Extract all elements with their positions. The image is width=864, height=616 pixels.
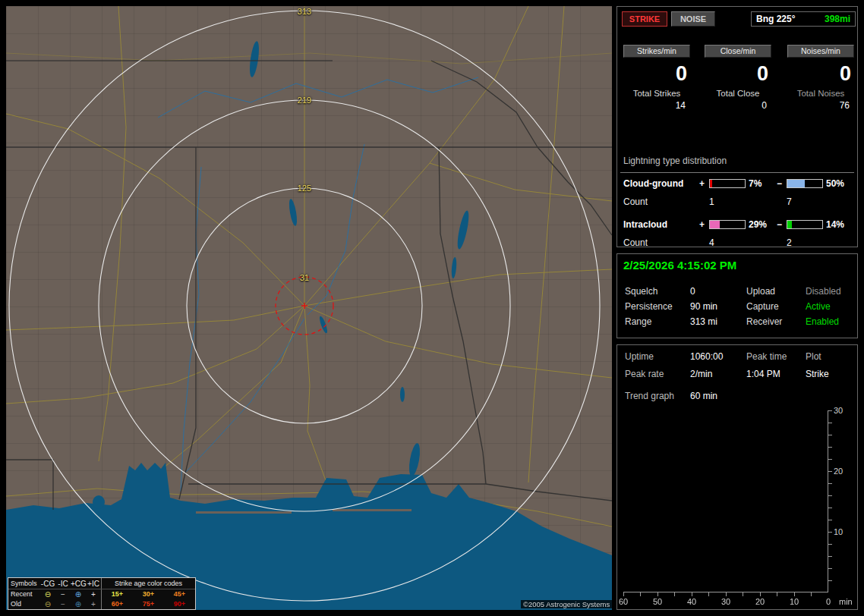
range-value: 313 mi: [690, 316, 717, 327]
legend-old-row: Old ⊖ − ⊕ + 60+ 75+ 90+: [8, 599, 195, 609]
range-ring-label-313: 313: [298, 7, 311, 16]
peak-time-label: Peak time: [746, 351, 787, 362]
intracloud-row: Intracloud + 29% − 14%: [617, 219, 857, 231]
x-tick-label-10: 10: [785, 597, 803, 606]
age-90: 90+: [164, 599, 195, 609]
legend-type-header-neg-cg: -CG: [40, 578, 55, 589]
cg-minus-count: 7: [787, 196, 792, 207]
intracloud-count-row: Count 4 2: [617, 237, 857, 249]
x-tick-label-30: 30: [717, 597, 735, 606]
y-tick-label-10: 10: [834, 527, 852, 536]
cg-plus-count: 1: [709, 196, 714, 207]
close-per-min-value: 0: [703, 61, 773, 86]
legend-type-header-neg-ic: -IC: [55, 578, 71, 589]
minus-sign: −: [777, 219, 782, 230]
cg-plus-bar-fill: [710, 180, 712, 187]
x-tick-label-50: 50: [648, 597, 667, 606]
recent-age-codes: 15+ 30+ 45+: [101, 589, 195, 599]
x-tick-label-60: 60: [614, 597, 632, 606]
total-strikes-label: Total Strikes: [622, 89, 692, 98]
noises-per-min-button[interactable]: Noises/min: [787, 45, 854, 58]
old-age-codes: 60+ 75+ 90+: [101, 599, 195, 609]
old-neg-ic-icon: −: [55, 599, 71, 609]
age-45: 45+: [164, 589, 195, 599]
uptime-label: Uptime: [625, 351, 654, 362]
uptime-row: Uptime 1060:00 Peak time Plot: [617, 351, 857, 363]
divider: [620, 172, 854, 173]
bearing-readout: Bng 225° 398mi: [751, 11, 856, 27]
legend-recent-label: Recent: [8, 589, 40, 599]
persistence-capture-row: Persistence 90 min Capture Active: [617, 301, 857, 313]
squelch-upload-row: Squelch 0 Upload Disabled: [617, 286, 857, 298]
old-pos-cg-icon: ⊕: [71, 599, 86, 609]
receiver-value: Enabled: [806, 316, 839, 327]
cg-plus-bar: [709, 179, 746, 188]
strikes-per-min-value: 0: [622, 61, 692, 86]
legend-ages-header: Strike age color codes: [101, 578, 195, 589]
peak-time-value: 1:04 PM: [746, 369, 780, 379]
minus-sign: −: [777, 178, 782, 189]
total-close-label: Total Close: [703, 89, 773, 98]
peak-rate-row: Peak rate 2/min 1:04 PM Strike: [617, 369, 857, 381]
trend-box: Uptime 1060:00 Peak time Plot Peak rate …: [616, 344, 858, 610]
trend-graph-window: 60 min: [690, 391, 717, 401]
recent-neg-cg-icon: ⊖: [40, 589, 55, 599]
count-label: Count: [623, 196, 648, 207]
strikes-per-min-button[interactable]: Strikes/min: [623, 45, 690, 58]
strike-button[interactable]: STRIKE: [622, 11, 667, 27]
plus-sign: +: [699, 219, 705, 230]
range-ring-label-125: 125: [298, 184, 311, 193]
upload-value: Disabled: [806, 286, 841, 297]
total-noises-label: Total Noises: [786, 89, 856, 98]
plot-value: Strike: [806, 369, 829, 379]
distribution-title: Lightning type distribution: [623, 156, 727, 166]
y-tick-label-20: 20: [834, 467, 852, 476]
ic-plus-bar-fill: [710, 221, 720, 228]
ic-plus-bar: [709, 220, 746, 229]
legend-old-label: Old: [8, 599, 40, 609]
ic-minus-count: 2: [787, 237, 792, 248]
intracloud-label: Intracloud: [623, 219, 667, 230]
squelch-value: 0: [690, 286, 695, 297]
lightning-map[interactable]: 313 219 125 31 Symbols -CG -IC +CG +IC S…: [6, 6, 612, 610]
cloud-ground-label: Cloud-ground: [623, 178, 683, 189]
legend-type-header-pos-cg: +CG: [71, 578, 86, 589]
count-label: Count: [623, 237, 648, 248]
trend-graph-label: Trend graph: [625, 391, 674, 401]
old-pos-ic-icon: +: [86, 599, 101, 609]
cloud-ground-row: Cloud-ground + 7% − 50%: [617, 178, 857, 190]
bearing-label: Bng 225°: [756, 14, 795, 24]
plot-label: Plot: [806, 351, 821, 362]
peak-rate-value: 2/min: [690, 369, 712, 379]
datetime-display: 2/25/2026 4:15:02 PM: [623, 259, 736, 272]
copyright-label: ©2005 Astrogenic Systems: [521, 600, 612, 608]
noise-button[interactable]: NOISE: [671, 11, 715, 27]
nexstorm-window: 313 219 125 31 Symbols -CG -IC +CG +IC S…: [0, 0, 864, 616]
close-per-min-button[interactable]: Close/min: [705, 45, 771, 58]
cg-minus-bar: [787, 179, 823, 188]
total-close-value: 0: [703, 100, 773, 111]
plus-sign: +: [699, 178, 705, 189]
ic-minus-bar-fill: [787, 221, 792, 228]
old-neg-cg-icon: ⊖: [40, 599, 55, 609]
age-15: 15+: [102, 589, 133, 599]
strikes-column: Strikes/min 0 Total Strikes 14: [622, 45, 692, 111]
age-30: 30+: [133, 589, 164, 599]
bearing-range: 398mi: [825, 14, 850, 24]
upload-label: Upload: [746, 286, 775, 297]
strike-statistics-box: STRIKE NOISE Bng 225° 398mi Strikes/min …: [616, 6, 858, 247]
ic-minus-pct: 14%: [826, 219, 844, 230]
x-axis-unit: min: [839, 597, 853, 606]
total-strikes-value: 14: [622, 100, 692, 111]
map-legend: Symbols -CG -IC +CG +IC Strike age color…: [8, 577, 196, 610]
x-tick-label-0: 0: [819, 597, 837, 606]
x-tick-label-20: 20: [751, 597, 769, 606]
recent-pos-cg-icon: ⊕: [71, 589, 86, 599]
range-receiver-row: Range 313 mi Receiver Enabled: [617, 316, 857, 328]
y-axis-ticks: [828, 410, 832, 592]
recent-neg-ic-icon: −: [55, 589, 71, 599]
receiver-label: Receiver: [746, 316, 782, 327]
legend-recent-row: Recent ⊖ − ⊕ + 15+ 30+ 45+: [8, 589, 195, 599]
cg-plus-pct: 7%: [749, 178, 762, 189]
capture-value: Active: [806, 301, 831, 312]
